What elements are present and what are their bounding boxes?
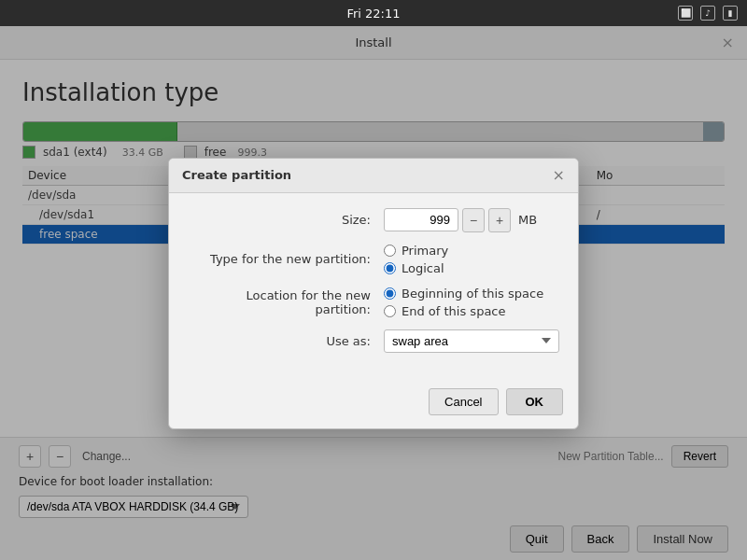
topbar-time: Fri 22:11 — [346, 7, 400, 21]
use-as-row: Use as: swap area Ext4 journaling file s… — [188, 329, 559, 353]
type-primary-text: Primary — [402, 244, 448, 258]
location-beginning-text: Beginning of this space — [402, 287, 543, 301]
type-label: Type for the new partition: — [188, 252, 384, 266]
modal-close-button[interactable]: × — [553, 168, 565, 183]
battery-icon: ▮ — [723, 6, 738, 21]
type-radio-group: Primary Logical — [384, 244, 448, 275]
location-row: Location for the new partition: Beginnin… — [188, 287, 559, 318]
topbar-icons: ⬜ ♪ ▮ — [678, 6, 738, 21]
partition-type-row: Type for the new partition: Primary Logi… — [188, 244, 559, 275]
use-as-label: Use as: — [188, 334, 384, 348]
location-beginning-radio[interactable] — [384, 287, 396, 300]
location-radio-group: Beginning of this space End of this spac… — [384, 287, 543, 318]
ok-button[interactable]: OK — [506, 388, 564, 415]
topbar: Fri 22:11 ⬜ ♪ ▮ — [0, 0, 747, 26]
type-primary-radio[interactable] — [384, 245, 396, 257]
cancel-button[interactable]: Cancel — [429, 388, 498, 415]
create-partition-dialog: Create partition × Size: − + MB Type for — [168, 158, 579, 429]
modal-title: Create partition — [182, 168, 291, 182]
location-end-text: End of this space — [402, 304, 506, 318]
location-label: Location for the new partition: — [188, 288, 384, 316]
modal-footer: Cancel OK — [169, 379, 578, 428]
volume-icon: ♪ — [700, 6, 715, 21]
size-unit: MB — [518, 213, 537, 227]
size-increase-button[interactable]: + — [488, 208, 511, 232]
location-end-radio[interactable] — [384, 305, 396, 317]
use-as-select[interactable]: swap area Ext4 journaling file system Ex… — [384, 329, 559, 353]
type-logical-label[interactable]: Logical — [384, 261, 448, 275]
size-control: − + MB — [384, 208, 537, 232]
modal-body: Size: − + MB Type for the new partition: — [169, 193, 578, 379]
modal-titlebar: Create partition × — [169, 159, 578, 193]
display-icon: ⬜ — [678, 6, 693, 21]
modal-overlay: Create partition × Size: − + MB Type for — [0, 26, 747, 560]
type-logical-text: Logical — [402, 261, 444, 275]
type-primary-label[interactable]: Primary — [384, 244, 448, 258]
location-beginning-label[interactable]: Beginning of this space — [384, 287, 543, 301]
size-label: Size: — [188, 213, 384, 227]
main-window: Install × Installation type sda1 (ext4) … — [0, 26, 747, 560]
type-logical-radio[interactable] — [384, 262, 396, 274]
location-end-label[interactable]: End of this space — [384, 304, 543, 318]
size-decrease-button[interactable]: − — [462, 208, 485, 232]
size-row: Size: − + MB — [188, 208, 559, 232]
size-input[interactable] — [384, 208, 458, 231]
